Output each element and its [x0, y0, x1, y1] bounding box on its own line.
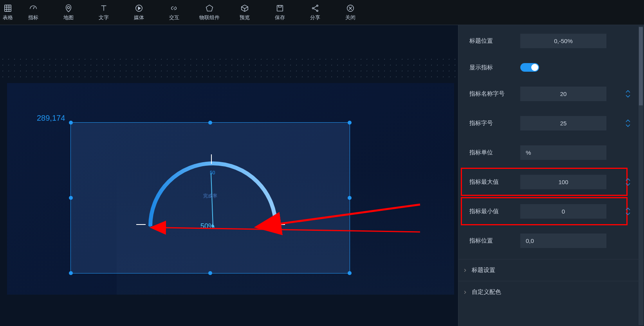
map-icon [64, 4, 73, 13]
resize-handle-n[interactable] [208, 121, 212, 125]
toolbar-iot[interactable]: 物联组件 [192, 0, 227, 25]
save-icon [276, 4, 284, 13]
svg-marker-10 [138, 7, 141, 9]
chevron-up-icon [625, 178, 631, 182]
resize-handle-nw[interactable] [69, 121, 73, 125]
toolbar-interact[interactable]: 交互 [157, 0, 192, 25]
indicator-min-input[interactable] [520, 204, 606, 219]
toolbar-text[interactable]: 文字 [86, 0, 121, 25]
prop-indicator-font-size: 指标字号 [458, 112, 644, 134]
top-toolbar: 表格 指标 地图 文字 媒体 交互 物联组件 预览 保存 分享 关闭 [0, 0, 644, 25]
gauge-tick-right [276, 224, 285, 225]
stepper-down[interactable] [625, 183, 631, 187]
stepper-up[interactable] [625, 90, 631, 94]
stepper-down[interactable] [625, 124, 631, 128]
gauge-value: 50% [200, 222, 215, 230]
toolbar-share[interactable]: 分享 [298, 0, 333, 25]
chevron-down-icon [625, 183, 631, 187]
prop-label: 显示指标 [469, 64, 520, 71]
chevron-up-icon [625, 207, 631, 211]
toolbar-label: 媒体 [134, 14, 144, 21]
coordinate-label: 289,174 [37, 114, 65, 123]
prop-label: 指标单位 [469, 149, 520, 156]
indicator-unit-input[interactable] [520, 145, 606, 160]
svg-point-18 [317, 5, 318, 6]
toolbar-preview[interactable]: 预览 [227, 0, 262, 25]
gauge-max-label: 100 [265, 223, 273, 228]
resize-handle-ne[interactable] [348, 121, 352, 125]
toolbar-label: 关闭 [345, 14, 355, 21]
properties-panel: 标题位置 显示指标 指标名称字号 指标字 [458, 25, 644, 326]
stepper-down[interactable] [625, 94, 631, 98]
toolbar-label: 指标 [28, 14, 38, 21]
prop-indicator-position: 指标位置 [458, 230, 644, 252]
gauge-mid-label: 50 [210, 170, 215, 176]
dot-grid [0, 56, 458, 80]
toolbar-label: 物联组件 [199, 14, 220, 21]
svg-line-21 [314, 6, 316, 8]
svg-line-14 [245, 7, 248, 9]
svg-rect-0 [5, 5, 11, 11]
prop-label: 指标位置 [469, 237, 520, 244]
resize-handle-w[interactable] [69, 196, 73, 200]
section-custom-colors[interactable]: 自定义配色 [458, 281, 644, 303]
canvas-area[interactable]: 289,174 [0, 25, 458, 326]
chevron-right-icon [462, 290, 468, 295]
canvas-panel: 289,174 [7, 83, 454, 295]
chevron-up-icon [625, 119, 631, 123]
chevron-up-icon [625, 90, 631, 94]
indicator-max-input[interactable] [520, 175, 606, 189]
show-indicator-toggle[interactable] [520, 63, 539, 72]
chevron-down-icon [625, 124, 631, 128]
toggle-knob [531, 64, 538, 71]
close-icon [346, 4, 355, 13]
resize-handle-s[interactable] [208, 271, 212, 275]
section-label: 标题设置 [472, 266, 495, 274]
cube-icon [240, 4, 249, 13]
scrollbar-vertical[interactable] [639, 26, 643, 325]
toolbar-label: 文字 [99, 14, 109, 21]
toolbar-map[interactable]: 地图 [51, 0, 86, 25]
toolbar-label: 地图 [63, 14, 74, 21]
toolbar-indicator[interactable]: 指标 [16, 0, 51, 25]
section-title-settings[interactable]: 标题设置 [458, 259, 644, 281]
polygon-icon [205, 4, 214, 13]
grid-icon [4, 4, 12, 13]
stepper-up[interactable] [625, 207, 631, 211]
toolbar-close[interactable]: 关闭 [333, 0, 368, 25]
resize-handle-e[interactable] [348, 196, 352, 200]
gauge-min-label: 0 [149, 223, 152, 228]
chevron-right-icon [462, 268, 468, 273]
toolbar-label: 保存 [275, 14, 285, 21]
stepper-down[interactable] [625, 212, 631, 216]
prop-label: 指标字号 [469, 120, 520, 127]
prop-title-position: 标题位置 [458, 30, 644, 52]
resize-handle-se[interactable] [348, 271, 352, 275]
scrollbar-thumb[interactable] [639, 27, 643, 105]
svg-line-5 [33, 7, 34, 9]
indicator-name-font-size-input[interactable] [520, 87, 606, 101]
toolbar-table[interactable]: 表格 [0, 0, 16, 25]
gauge-icon [29, 4, 38, 13]
stepper-up[interactable] [625, 119, 631, 123]
gauge-widget[interactable]: 0 50 100 完成率 50% [139, 154, 287, 240]
svg-rect-16 [277, 5, 283, 11]
toolbar-label: 表格 [3, 14, 13, 21]
title-position-input[interactable] [520, 34, 606, 48]
play-icon [135, 4, 143, 13]
link-icon [170, 4, 179, 13]
toolbar-save[interactable]: 保存 [262, 0, 298, 25]
gauge-title: 完成率 [203, 193, 217, 199]
resize-handle-sw[interactable] [69, 271, 73, 275]
chevron-down-icon [625, 212, 631, 216]
prop-show-indicator: 显示指标 [458, 59, 644, 76]
toolbar-label: 分享 [310, 14, 320, 21]
toolbar-media[interactable]: 媒体 [121, 0, 157, 25]
indicator-font-size-input[interactable] [520, 116, 606, 130]
prop-indicator-unit: 指标单位 [458, 141, 644, 164]
stepper-up[interactable] [625, 178, 631, 182]
svg-point-19 [312, 7, 314, 9]
gauge-tick-top [211, 154, 212, 164]
toolbar-label: 交互 [169, 14, 179, 21]
indicator-position-input[interactable] [520, 234, 606, 248]
